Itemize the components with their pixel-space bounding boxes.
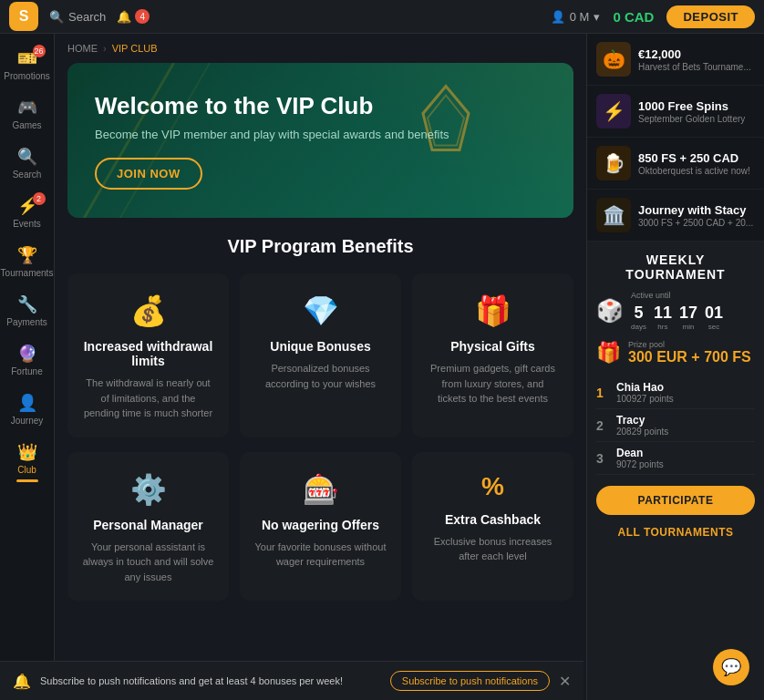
vip-banner-title: Welcome to the VIP Club — [95, 92, 546, 120]
active-until-label: Active until — [631, 291, 755, 300]
promo-info-harvest: €12,000 Harvest of Bets Tourname... — [638, 47, 755, 72]
manager-icon: ⚙️ — [82, 472, 214, 507]
sidebar-label-games: Games — [12, 120, 41, 130]
push-notification-bar: 🔔 Subscribe to push notifications and ge… — [0, 661, 583, 700]
main-layout: 🎫 26 Promotions 🎮 Games 🔍 Search ⚡ 2 Eve… — [0, 34, 764, 700]
withdrawal-desc: The withdrawal is nearly out of limitati… — [82, 376, 214, 421]
user-menu[interactable]: 👤 0 M ▾ — [551, 10, 601, 24]
nowager-desc: Your favorite bonuses without wager requ… — [254, 540, 387, 570]
lb-row-2: 2 Tracy 20829 points — [596, 409, 755, 442]
bonuses-icon: 💎 — [254, 293, 387, 328]
main-content: HOME › VIP CLUB Welcome to the VIP Club … — [55, 34, 586, 700]
sidebar: 🎫 26 Promotions 🎮 Games 🔍 Search ⚡ 2 Eve… — [0, 34, 55, 700]
gifts-icon: 🎁 — [427, 293, 559, 328]
participate-button[interactable]: PARTICIPATE — [596, 486, 755, 515]
benefit-card-bonuses: 💎 Unique Bonuses Personalized bonuses ac… — [240, 273, 401, 438]
join-vip-button[interactable]: JOIN NOW — [95, 158, 202, 190]
promo-name-harvest: Harvest of Bets Tourname... — [638, 62, 755, 72]
nowager-title: No wagering Offers — [254, 518, 387, 532]
sidebar-label-search: Search — [13, 170, 42, 180]
manager-desc: Your personal assistant is always in tou… — [82, 540, 214, 585]
lb-row-1: 1 Chia Hao 100927 points — [596, 376, 755, 409]
tournament-widget: WEEKLY TOURNAMENT 🎲 Active until 5 days … — [587, 242, 764, 700]
withdrawal-title: Increased withdrawal limits — [82, 339, 214, 368]
cashback-desc: Exclusive bonus increases after each lev… — [427, 534, 559, 564]
promo-card-harvest[interactable]: 🎃 €12,000 Harvest of Bets Tourname... — [587, 34, 764, 86]
balance-display: 0 CAD — [613, 9, 654, 25]
sidebar-item-journey[interactable]: 👤 Journey — [4, 386, 51, 433]
lb-name-1: Chia Hao — [616, 381, 755, 394]
lb-rank-3: 3 — [596, 451, 609, 466]
search-nav-icon: 🔍 — [17, 147, 37, 167]
benefit-card-withdrawal: 💰 Increased withdrawal limits The withdr… — [67, 273, 229, 438]
prize-amount: 300 EUR + 700 FS — [628, 349, 751, 365]
chat-icon: 💬 — [721, 657, 741, 677]
benefit-card-cashback: % Extra Cashback Exclusive bonus increas… — [412, 452, 573, 602]
sidebar-item-tournaments[interactable]: 🏆 Tournaments — [4, 238, 51, 285]
sidebar-label-fortune: Fortune — [11, 366, 42, 376]
promotions-badge: 26 — [33, 45, 46, 57]
benefit-card-nowager: 🎰 No wagering Offers Your favorite bonus… — [240, 452, 401, 602]
sidebar-label-journey: Journey — [11, 416, 44, 426]
prize-row: 🎁 Prize pool 300 EUR + 700 FS — [596, 340, 755, 365]
search-icon: 🔍 — [49, 10, 64, 24]
promo-card-spins[interactable]: ⚡ 1000 Free Spins September Golden Lotte… — [587, 86, 764, 138]
breadcrumb-sep: › — [103, 43, 107, 54]
benefit-card-manager: ⚙️ Personal Manager Your personal assist… — [67, 452, 229, 602]
deposit-button[interactable]: DEPOSIT — [666, 5, 755, 28]
sidebar-item-promotions[interactable]: 🎫 26 Promotions — [4, 41, 51, 88]
all-tournaments-button[interactable]: ALL TOURNAMENTS — [596, 522, 755, 542]
breadcrumb: HOME › VIP CLUB — [67, 43, 573, 54]
benefits-grid-top: 💰 Increased withdrawal limits The withdr… — [67, 273, 573, 438]
promo-card-journey[interactable]: 🏛️ Journey with Stacy 3000 FS + 2500 CAD… — [587, 190, 764, 242]
sidebar-item-games[interactable]: 🎮 Games — [4, 90, 51, 138]
navbar: S 🔍 Search 🔔 4 👤 0 M ▾ 0 CAD DEPOSIT — [0, 0, 764, 34]
sidebar-item-events[interactable]: ⚡ 2 Events — [4, 189, 51, 236]
sidebar-item-club[interactable]: 👑 Club — [4, 435, 51, 489]
promo-thumb-journey: 🏛️ — [596, 198, 631, 232]
prize-icon: 🎁 — [596, 341, 621, 365]
sidebar-label-promotions: Promotions — [4, 71, 50, 81]
push-subscribe-button[interactable]: Subscribe to push notifications — [390, 671, 550, 691]
benefit-card-gifts: 🎁 Physical Gifts Premium gadgets, gift c… — [412, 273, 573, 438]
push-bell-icon: 🔔 — [13, 673, 31, 690]
lb-info-2: Tracy 20829 points — [616, 414, 755, 437]
lb-rank-2: 2 — [596, 418, 609, 433]
notifications-button[interactable]: 🔔 4 — [117, 9, 150, 24]
site-logo[interactable]: S — [9, 2, 38, 31]
push-text: Subscribe to push notifications and get … — [40, 675, 381, 686]
tournament-title: WEEKLY TOURNAMENT — [596, 252, 755, 282]
benefits-grid-bottom: ⚙️ Personal Manager Your personal assist… — [67, 452, 573, 602]
cashback-title: Extra Cashback — [427, 512, 559, 527]
chat-button[interactable]: 💬 — [713, 649, 749, 685]
promo-info-spins: 1000 Free Spins September Golden Lottery — [638, 99, 755, 124]
lb-pts-2: 20829 points — [616, 427, 755, 437]
nowager-icon: 🎰 — [254, 472, 387, 507]
journey-icon: 👤 — [17, 393, 37, 413]
tournaments-icon: 🏆 — [17, 245, 37, 265]
payments-icon: 🔧 — [17, 294, 37, 314]
prize-label: Prize pool — [628, 340, 751, 349]
benefits-section-title: VIP Program Benefits — [67, 236, 573, 257]
timer-blocks: 5 days 11 hrs 17 min — [631, 304, 755, 331]
promo-card-oktoberfest[interactable]: 🍺 850 FS + 250 CAD Oktoberquest is activ… — [587, 138, 764, 190]
leaderboard: 1 Chia Hao 100927 points 2 Tracy 20829 p… — [596, 376, 755, 475]
promo-amount-oktoberfest: 850 FS + 250 CAD — [638, 151, 755, 165]
sidebar-item-search[interactable]: 🔍 Search — [4, 139, 51, 187]
sidebar-item-payments[interactable]: 🔧 Payments — [4, 287, 51, 335]
lb-info-3: Dean 9072 points — [616, 447, 755, 469]
events-badge: 2 — [33, 192, 46, 205]
timer-min: 17 min — [679, 304, 697, 331]
vip-hero-banner: Welcome to the VIP Club Become the VIP m… — [67, 63, 573, 218]
lb-pts-1: 100927 points — [616, 394, 755, 404]
search-button[interactable]: 🔍 Search — [49, 10, 106, 24]
sidebar-item-fortune[interactable]: 🔮 Fortune — [4, 336, 51, 384]
bonuses-title: Unique Bonuses — [254, 339, 387, 354]
manager-title: Personal Manager — [82, 518, 214, 532]
promo-info-oktoberfest: 850 FS + 250 CAD Oktoberquest is active … — [638, 151, 755, 176]
breadcrumb-home[interactable]: HOME — [67, 43, 98, 54]
lb-name-2: Tracy — [616, 414, 755, 427]
sidebar-label-payments: Payments — [6, 317, 46, 327]
timer-days: 5 days — [631, 304, 646, 331]
push-close-button[interactable]: ✕ — [559, 673, 571, 690]
